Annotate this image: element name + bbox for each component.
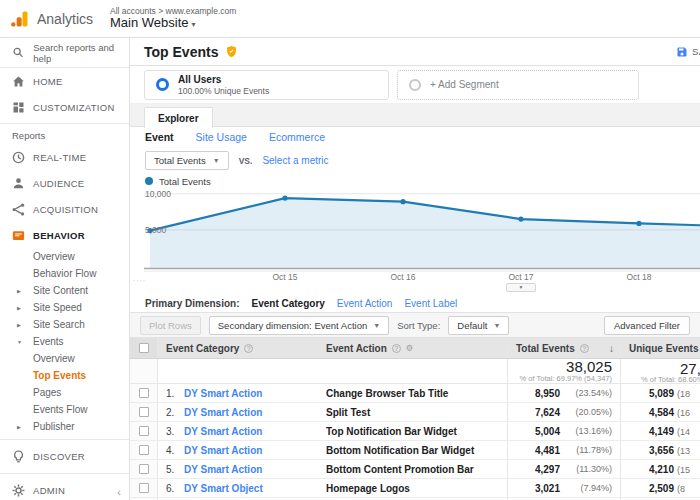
sidebar-item-overview[interactable]: Overview xyxy=(0,248,129,265)
row-rank: 1. xyxy=(166,388,184,399)
help-icon[interactable]: ? xyxy=(392,344,401,353)
total-events-percent: (11.78%) xyxy=(560,445,612,455)
sidebar-item-site-speed[interactable]: ▶Site Speed xyxy=(0,299,129,316)
event-action-text: Split Test xyxy=(326,407,370,418)
table-row: 3. DY Smart Action Top Notification Bar … xyxy=(130,422,700,441)
column-label: Total Events xyxy=(516,343,575,354)
segment-name: All Users xyxy=(178,74,269,86)
segment-all-users[interactable]: All Users 100.00% Unique Events xyxy=(144,70,389,100)
sidebar-item-label: Overview xyxy=(0,353,75,364)
add-segment-button[interactable]: + Add Segment xyxy=(397,70,639,100)
sidebar-item-events-flow[interactable]: Events Flow xyxy=(0,401,129,418)
column-settings-icon[interactable]: ⚙ xyxy=(406,343,414,353)
table-row: 4. DY Smart Action Bottom Notification B… xyxy=(130,441,700,460)
sidebar-item-pages[interactable]: Pages xyxy=(0,384,129,401)
sidebar-item-site-search[interactable]: ▶Site Search xyxy=(0,316,129,333)
event-category-link[interactable]: DY Smart Action xyxy=(184,464,262,475)
metric-group-event[interactable]: Event xyxy=(145,131,174,143)
unique-events-percent: (8 xyxy=(677,479,700,498)
report-header: Top Events SAVE xyxy=(130,38,700,66)
totals-subtext: % of Total: 68.60% (40 xyxy=(641,375,700,384)
select-metric-link[interactable]: Select a metric xyxy=(262,155,328,166)
table-header-row: Event Category ? Event Action ? ⚙ Total … xyxy=(130,338,700,359)
analytics-logo[interactable]: Analytics xyxy=(10,9,102,29)
row-checkbox[interactable] xyxy=(139,483,149,493)
totals-subtext: % of Total: 69.97% (54,347) xyxy=(520,374,612,383)
sidebar-item-events[interactable]: ▼Events xyxy=(0,333,129,350)
sidebar-item-real-time[interactable]: REAL-TIME xyxy=(0,144,129,170)
event-category-link[interactable]: DY Smart Action xyxy=(184,445,262,456)
chart-expander-button[interactable]: ▼ xyxy=(506,283,536,292)
account-switcher[interactable]: All accounts > www.example.com Main Webs… xyxy=(110,7,236,31)
total-events-percent: (23.54%) xyxy=(560,388,612,398)
table-row: 2. DY Smart Action Split Test 7,624 (20.… xyxy=(130,403,700,422)
dimension-event-label[interactable]: Event Label xyxy=(404,298,457,309)
event-category-link[interactable]: DY Smart Object xyxy=(184,483,263,494)
row-checkbox[interactable] xyxy=(139,464,149,474)
x-tick-label: Oct 17 xyxy=(508,272,533,282)
unique-events-value: 4,584 xyxy=(621,403,674,422)
sidebar-item-customization[interactable]: CUSTOMIZATION xyxy=(0,94,129,120)
sidebar-item-behavior-flow[interactable]: Behavior Flow xyxy=(0,265,129,282)
header-event-category[interactable]: Event Category ? xyxy=(158,338,320,358)
metric-group-ecommerce[interactable]: Ecommerce xyxy=(269,131,325,143)
unique-events-percent: (16 xyxy=(677,403,700,422)
primary-dimension-label: Primary Dimension: xyxy=(145,298,239,309)
sidebar-item-admin[interactable]: ADMIN xyxy=(0,477,129,500)
row-checkbox[interactable] xyxy=(139,426,149,436)
help-icon[interactable]: ? xyxy=(244,344,253,353)
sort-type-dropdown[interactable]: Default ▼ xyxy=(448,316,509,335)
help-icon[interactable]: ? xyxy=(580,344,589,353)
header-event-action[interactable]: Event Action ? ⚙ xyxy=(320,338,507,358)
row-checkbox[interactable] xyxy=(139,407,149,417)
chart-edge-label: .... xyxy=(133,274,146,283)
header-total-events[interactable]: Total Events ? ↓ xyxy=(507,338,620,358)
search-input[interactable]: Search reports and help xyxy=(0,38,129,68)
event-category-link[interactable]: DY Smart Action xyxy=(184,426,262,437)
event-category-link[interactable]: DY Smart Action xyxy=(184,407,262,418)
event-category-link[interactable]: DY Smart Action xyxy=(184,388,262,399)
sidebar-item-acquisition[interactable]: ACQUISITION xyxy=(0,196,129,222)
metric-selector-row: Total Events ▼ VS. Select a metric xyxy=(130,147,700,174)
column-label: Unique Events xyxy=(629,343,698,354)
secondary-dimension-dropdown[interactable]: Secondary dimension: Event Action ▼ xyxy=(209,316,389,335)
total-events-percent: (20.05%) xyxy=(560,407,612,417)
header-unique-events[interactable]: Unique Events ? xyxy=(620,338,700,358)
discover-icon xyxy=(11,449,26,464)
sidebar-item-overview[interactable]: Overview xyxy=(0,350,129,367)
total-events-value: 5,004 xyxy=(535,426,560,437)
sidebar-item-site-content[interactable]: ▶Site Content xyxy=(0,282,129,299)
collapse-sidebar-icon[interactable]: ‹ xyxy=(117,486,121,498)
row-rank: 2. xyxy=(166,407,184,418)
plot-rows-button[interactable]: Plot Rows xyxy=(140,316,201,335)
sidebar-item-behavior[interactable]: BEHAVIOR xyxy=(0,222,129,248)
sidebar-item-discover[interactable]: DISCOVER xyxy=(0,443,129,469)
dimension-event-action[interactable]: Event Action xyxy=(337,298,393,309)
metric-dropdown[interactable]: Total Events ▼ xyxy=(145,151,229,170)
tab-explorer[interactable]: Explorer xyxy=(144,107,213,128)
sort-descending-icon[interactable]: ↓ xyxy=(609,343,614,354)
metric-group-site-usage[interactable]: Site Usage xyxy=(196,131,247,143)
search-icon xyxy=(12,46,24,59)
save-button[interactable]: SAVE xyxy=(676,46,700,58)
sidebar-item-label: Site Content xyxy=(0,285,88,296)
select-all-checkbox[interactable] xyxy=(139,343,149,353)
sidebar-item-top-events[interactable]: Top Events xyxy=(0,367,129,384)
sidebar-item-audience[interactable]: AUDIENCE xyxy=(0,170,129,196)
row-rank: 4. xyxy=(166,445,184,456)
row-checkbox[interactable] xyxy=(139,388,149,398)
sort-type-value: Default xyxy=(457,320,487,331)
sidebar-item-home[interactable]: HOME xyxy=(0,68,129,94)
advanced-filter-button[interactable]: Advanced Filter xyxy=(604,316,690,335)
chevron-right-icon: ▶ xyxy=(17,424,21,430)
unique-events-percent: (13 xyxy=(677,441,700,460)
sidebar-item-publisher[interactable]: ▶Publisher xyxy=(0,418,129,435)
dimension-event-category[interactable]: Event Category xyxy=(251,298,324,309)
total-events-percent: (7.94%) xyxy=(560,483,612,493)
row-checkbox[interactable] xyxy=(139,445,149,455)
unique-events-value: 5,089 xyxy=(621,384,674,403)
x-tick-label: Oct 16 xyxy=(390,272,415,282)
search-placeholder: Search reports and help xyxy=(33,42,129,64)
nav-section-label: Reports xyxy=(0,123,129,144)
row-rank: 6. xyxy=(166,483,184,494)
